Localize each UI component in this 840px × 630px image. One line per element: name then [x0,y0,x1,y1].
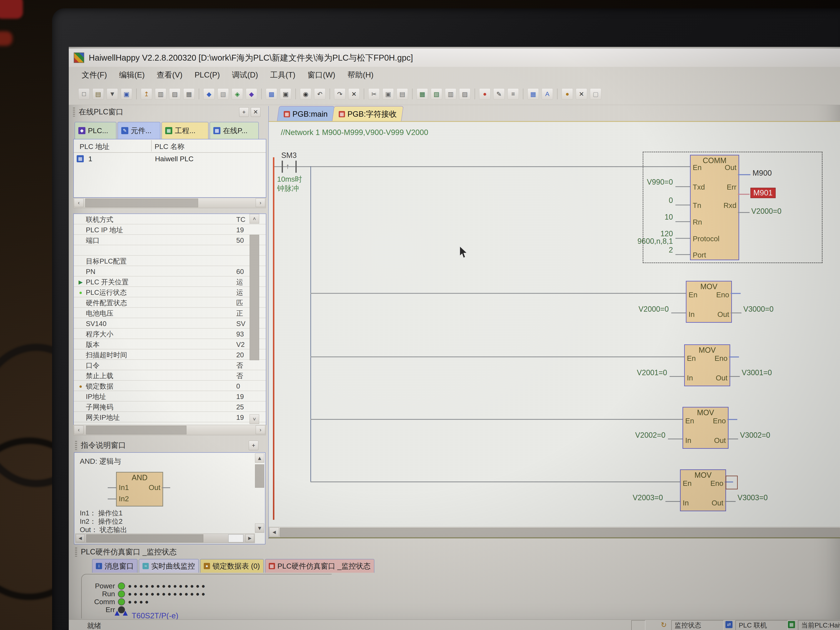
menu-file[interactable]: 文件(F) [82,70,107,80]
tab-curve-monitor[interactable]: ≈ 实时曲线监控 [139,559,199,573]
download-program-icon[interactable]: ◈ [232,88,243,99]
property-row[interactable]: 目标PLC配置 [74,256,266,267]
upload-icon[interactable]: ↥ [141,88,152,99]
lock-icon[interactable]: ● [562,88,573,99]
print-icon[interactable]: ▨ [169,88,180,99]
close-icon[interactable]: ✕ [251,107,261,117]
menu-window[interactable]: 窗口(W) [308,70,335,80]
mov1-out-operand[interactable]: V3000=0 [743,305,774,314]
property-row[interactable]: PLC IP 地址19 [74,225,266,235]
scroll-thumb[interactable] [86,426,186,434]
pin-icon[interactable]: + [239,107,249,117]
scroll-left-icon[interactable]: ‹ [74,198,84,207]
operand-port[interactable]: 2 [623,246,673,254]
operand-out[interactable]: M900 [753,169,772,177]
tab-plc[interactable]: ◆ PLC... [74,122,117,139]
open-recent-icon[interactable]: ▼ [107,88,118,99]
instruction-vscrollbar[interactable]: ▲ ▼ [255,453,264,533]
mov-block-4[interactable]: MOV En Eno In Out [680,469,726,511]
scroll-right-icon[interactable]: › [256,425,265,434]
property-row[interactable]: 程序大小93 [74,329,266,339]
scroll-box[interactable] [228,534,243,542]
plc-list-hscrollbar[interactable]: ‹ › [73,198,266,208]
simulator-icon[interactable]: ● [479,88,490,99]
property-row[interactable]: ▶PLC 开关位置运 [74,277,266,287]
scroll-thumb[interactable] [255,464,264,488]
property-row[interactable]: 硬件配置状态匹 [74,298,266,308]
property-row[interactable] [74,246,266,256]
col-plc-name[interactable]: PLC 名称 [155,142,185,152]
tab-message-window[interactable]: i 消息窗口 [92,559,137,573]
mov2-out-operand[interactable]: V3001=0 [742,368,772,377]
property-row[interactable]: ●锁定数据0 [74,381,266,392]
property-row[interactable]: 端口50 [74,235,266,246]
tab-project[interactable]: ▦ 工程... [161,122,208,139]
scroll-down-icon[interactable]: ˅ [249,414,259,424]
menu-view[interactable]: 查看(V) [157,70,183,80]
property-row[interactable]: SV140SV [74,319,266,329]
add-network-icon[interactable]: ▦ [417,88,428,99]
menu-debug[interactable]: 调试(D) [232,70,258,80]
instruction-table-icon[interactable]: ▦ [527,88,539,99]
property-row[interactable]: PN60 [74,267,266,277]
mov4-in-operand[interactable]: V2003=0 [611,493,663,502]
tab-online-plc[interactable]: ▩ 在线P... [210,122,259,139]
tab-component[interactable]: ✎ 元件... [117,122,160,139]
menu-edit[interactable]: 编辑(E) [119,70,145,80]
property-row[interactable]: 电池电压正 [74,308,266,319]
open-project-icon[interactable]: ▤ [93,88,104,99]
property-row[interactable]: 子网掩码25 [74,402,266,412]
property-row[interactable]: 网关IP地址19 [74,412,266,423]
scroll-thumb[interactable] [86,534,203,542]
network-comment[interactable]: //Network 1 M900-M999,V900-V999 V2000 [281,128,428,137]
property-row[interactable]: 口令否 [74,360,266,371]
instruction-hscrollbar[interactable]: ◄ ► [75,534,255,543]
mov2-in-operand[interactable]: V2001=0 [615,368,667,377]
pin-icon[interactable]: + [249,441,258,450]
scroll-up-icon[interactable]: ▲ [255,453,264,463]
mov-block-1[interactable]: MOV En Eno In Out [686,281,732,323]
undo-icon[interactable]: ↶ [314,88,325,99]
property-row[interactable]: ●PLC运行状态运 [74,287,266,298]
drag-handle[interactable] [73,107,75,117]
close-icon[interactable]: ✕ [576,88,587,99]
editor-hscrollbar[interactable]: ◄ [269,527,840,538]
scroll-thumb[interactable] [280,528,840,537]
print-menu-icon[interactable]: ▧ [218,88,229,99]
hardware-config-icon[interactable]: ▩ [266,88,277,99]
operand-err[interactable]: M901 [750,188,775,198]
operand-txd[interactable]: V990=0 [623,178,673,186]
scroll-left-icon[interactable]: ◄ [269,527,279,537]
mov-block-3[interactable]: MOV En Eno In Out [682,407,728,449]
copy-icon[interactable]: ▣ [382,88,394,99]
check-program-icon[interactable]: ▣ [280,88,291,99]
export-icon[interactable]: ◆ [203,88,215,99]
mov3-out-operand[interactable]: V3002=0 [740,431,770,440]
contact-label[interactable]: SM3 [281,151,297,160]
mov-block-2[interactable]: MOV En Eno In Out [684,344,730,386]
scroll-left-icon[interactable]: ‹ [74,425,84,434]
scroll-right-icon[interactable]: › [256,198,265,207]
preview-icon[interactable]: ▦ [183,88,194,99]
comm-block[interactable]: COMM En Txd Tn Rn Protocol Port Out Err … [690,155,739,260]
scroll-thumb[interactable] [249,235,259,360]
tab-locked-data[interactable]: ● 锁定数据表 (0) [200,559,264,573]
mov3-in-operand[interactable]: V2002=0 [613,431,665,440]
mov4-out-operand[interactable]: V3003=0 [737,493,768,502]
page-setup-icon[interactable]: ▥ [155,88,166,99]
ladder-canvas[interactable]: //Network 1 M900-M999,V900-V999 V2000 SM… [269,122,840,527]
cut-icon[interactable]: ✂ [368,88,380,99]
comment-icon[interactable]: ≡ [507,88,519,99]
property-row[interactable]: IP地址19 [74,392,266,402]
operand-rxd[interactable]: V2000=0 [751,207,782,216]
tab-pgb-main[interactable]: ▦ PGB:main [277,106,335,122]
tab-pgb-char-receive[interactable]: ▦ PGB:字符接收 [332,106,404,122]
property-row[interactable]: 禁止上载否 [74,371,266,381]
menu-tools[interactable]: 工具(T) [270,70,295,80]
drag-handle[interactable] [75,548,77,557]
col-plc-address[interactable]: PLC 地址 [80,142,110,152]
mov1-in-operand[interactable]: V2000=0 [617,305,669,314]
plc-row[interactable]: ▦ 1 Haiwell PLC [74,153,266,165]
paste-icon[interactable]: ▤ [397,88,408,99]
insert-network-icon[interactable]: ▧ [431,88,442,99]
